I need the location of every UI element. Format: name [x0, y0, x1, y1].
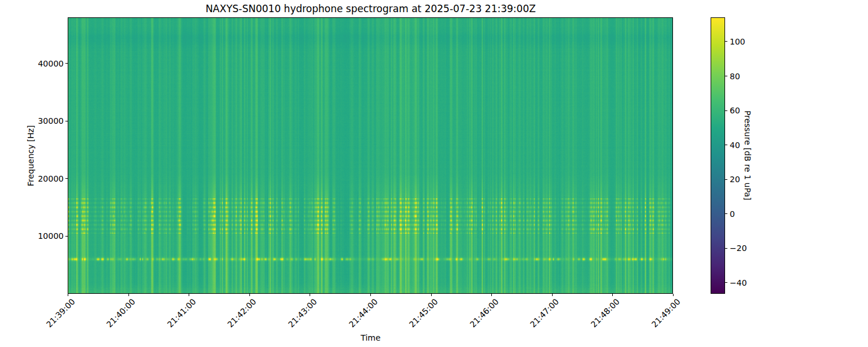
y-tick-mark: [65, 178, 68, 179]
x-tick-label: 21:48:00: [589, 297, 621, 329]
x-tick-mark: [189, 294, 189, 296]
colorbar-tick-label: 80: [730, 72, 740, 81]
y-tick-mark: [65, 236, 68, 237]
colorbar: [711, 17, 725, 294]
x-tick-mark: [370, 294, 371, 296]
x-tick-mark: [673, 294, 674, 296]
plot-title: NAXYS-SN0010 hydrophone spectrogram at 2…: [68, 3, 674, 14]
y-tick-mark: [65, 121, 68, 121]
x-tick-label: 21:44:00: [347, 297, 379, 329]
x-tick-mark: [128, 294, 129, 296]
colorbar-tick-label: 0: [730, 209, 735, 219]
colorbar-tick-mark: [725, 248, 727, 249]
x-tick-mark: [68, 294, 68, 296]
x-tick-label: 21:43:00: [286, 297, 318, 329]
x-tick-mark: [612, 294, 613, 296]
x-tick-label: 21:39:00: [45, 297, 76, 329]
x-tick-mark: [552, 294, 553, 296]
x-tick-label: 21:40:00: [105, 297, 137, 329]
figure: NAXYS-SN0010 hydrophone spectrogram at 2…: [0, 0, 868, 347]
x-tick-label: 21:41:00: [165, 297, 197, 329]
colorbar-tick-mark: [725, 282, 727, 283]
x-tick-label: 21:47:00: [529, 297, 561, 329]
x-tick-label: 21:45:00: [408, 297, 440, 329]
x-tick-mark: [431, 294, 432, 296]
y-tick-mark: [65, 63, 68, 64]
x-tick-label: 21:49:00: [650, 297, 682, 329]
colorbar-tick-mark: [725, 179, 727, 180]
colorbar-tick-mark: [725, 76, 727, 76]
x-tick-label: 21:46:00: [468, 297, 500, 329]
x-tick-mark: [310, 294, 310, 296]
x-tick-mark: [249, 294, 250, 296]
colorbar-label: Pressure [dB re 1 uPa]: [742, 17, 752, 294]
spectrogram-heatmap: [68, 17, 673, 294]
y-axis-label: Frequency [Hz]: [25, 17, 36, 294]
x-tick-mark: [491, 294, 492, 296]
colorbar-tick-mark: [725, 213, 727, 214]
colorbar-tick-mark: [725, 145, 727, 145]
colorbar-tick-label: 60: [730, 106, 740, 115]
colorbar-tick-mark: [725, 41, 727, 42]
colorbar-tick-label: 20: [730, 175, 740, 184]
x-axis-label: Time: [68, 333, 674, 342]
colorbar-tick-label: 40: [730, 141, 740, 150]
colorbar-tick-mark: [725, 110, 727, 111]
x-tick-label: 21:42:00: [226, 297, 258, 329]
